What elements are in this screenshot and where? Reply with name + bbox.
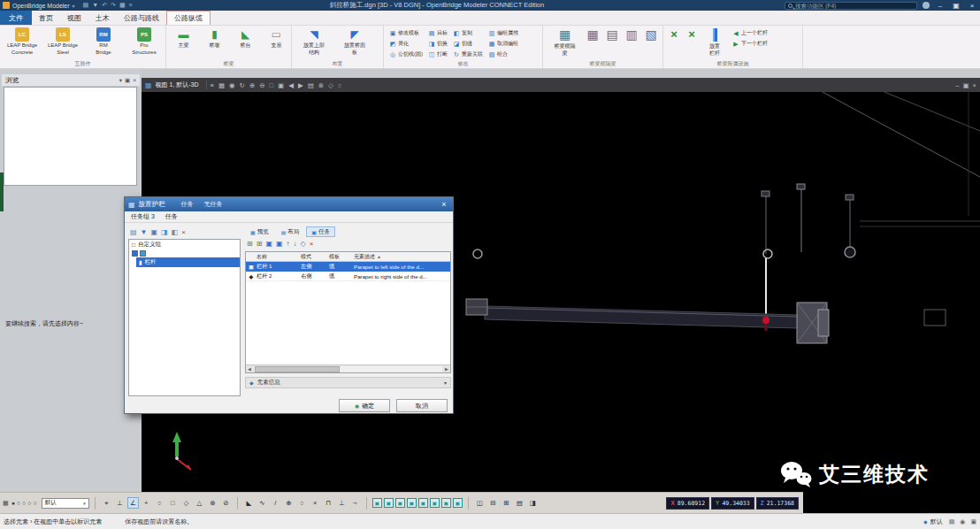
modify-tool-button[interactable]: ◪ 切缝 — [453, 40, 483, 48]
table-toolbar-icon[interactable]: ↓ — [294, 239, 297, 249]
snap-mode-icon[interactable]: ○ — [154, 497, 165, 509]
dialog-menu-task[interactable]: 任务 — [181, 200, 194, 209]
place-railing-button[interactable]: 放置 栏杆 — [700, 27, 730, 56]
group-toolbar-icon[interactable]: ▼ — [141, 227, 148, 237]
view-group-icon[interactable]: ○ — [34, 499, 37, 508]
interop-app-button[interactable]: RM RM Bridge — [84, 27, 123, 55]
ribbon-search-box[interactable] — [785, 2, 917, 10]
remove-accessory-button[interactable]: × — [666, 27, 682, 42]
toolbar-extra-icon[interactable]: ⊞ — [501, 497, 512, 509]
drawing-tool-icon[interactable]: ∿ — [256, 497, 268, 509]
window-preset-icon[interactable]: ▣ — [430, 498, 440, 508]
snap-mode-icon[interactable]: ⊥ — [114, 497, 126, 509]
column-template[interactable]: 模板 — [329, 253, 354, 261]
place-tool-button[interactable]: ◥ 放置上部 结构 — [295, 27, 333, 55]
view-menu-icon[interactable]: ▦ — [145, 81, 152, 89]
snap-mode-icon[interactable]: □ — [167, 497, 179, 509]
snap-mode-icon[interactable]: ⊘ — [220, 497, 232, 509]
drawing-tool-icon[interactable]: ¬ — [349, 497, 361, 509]
tab-civil[interactable]: 土木 — [88, 11, 117, 25]
style-dropdown[interactable]: 默认 ▾ — [42, 498, 89, 509]
table-row[interactable]: ▣ 栏杆 1 左侧 缆 Parapet to left side of the … — [246, 262, 450, 272]
view-tab[interactable]: 视图 1, 默认-3D — [156, 80, 207, 89]
railing-nav-button[interactable]: ▶ 下一个栏杆 — [732, 40, 768, 48]
column-mode[interactable]: 模式 — [301, 253, 329, 261]
scrollbar-thumb[interactable] — [255, 366, 340, 372]
chevron-down-icon[interactable]: ▾ — [444, 380, 447, 386]
place-tool-button[interactable]: ◤ 放置桥面 板 — [335, 27, 374, 55]
panel-header-icon[interactable]: × — [133, 77, 136, 84]
snap-mode-icon[interactable]: ∠ — [127, 497, 139, 509]
bridge-tool-button[interactable]: ▭ 支座 — [262, 27, 291, 49]
column-name[interactable]: 名称 — [256, 253, 301, 261]
window-preset-icon[interactable]: ▣ — [395, 498, 405, 508]
view-toolbar-icon[interactable]: ○ — [338, 81, 342, 89]
view-toolbar-icon[interactable]: ↻ — [240, 81, 245, 89]
modify-tool-button[interactable]: ▣ 修改模板 — [389, 29, 423, 37]
quick-access-icon[interactable]: ▦ — [119, 2, 126, 9]
dialog-tab-layout[interactable]: ▤ 布局 — [276, 226, 305, 237]
snap-mode-icon[interactable]: △ — [194, 497, 205, 509]
drawing-tool-icon[interactable]: × — [310, 497, 321, 509]
bridge-tool-button[interactable]: ▬ 主梁 — [169, 27, 198, 49]
modify-tool-button[interactable]: ◨ 切换 — [428, 40, 448, 48]
tree-selected-item[interactable]: ▮ 栏杆 — [136, 257, 240, 267]
checkbox-icon[interactable]: □ — [132, 242, 135, 248]
diaphragm-button[interactable]: ▦ 桥梁横隔 梁 — [546, 27, 584, 56]
schedule-tool-button[interactable]: ▤ — [603, 27, 621, 42]
interop-app-button[interactable]: LS LEAP Bridge Steel — [43, 27, 82, 55]
status-icon[interactable]: ▣ — [970, 518, 976, 525]
window-preset-icon[interactable]: ▣ — [441, 498, 451, 508]
bridge-tool-button[interactable]: ▮ 桥墩 — [200, 27, 229, 49]
toolbar-extra-icon[interactable]: ⊟ — [487, 497, 499, 509]
group-toolbar-icon[interactable]: ◨ — [161, 227, 168, 237]
user-icon[interactable] — [923, 2, 930, 9]
drawing-tool-icon[interactable]: / — [270, 497, 281, 509]
modify-tool-button[interactable]: ▧ 组合 — [488, 50, 518, 58]
grid-icon[interactable]: ▦ — [3, 500, 9, 507]
quick-access-icon[interactable]: ≡ — [129, 2, 133, 9]
dialog-menubar-item[interactable]: 任务组 3 — [131, 212, 155, 221]
app-menu-button[interactable]: OpenBridge Modeler — [12, 3, 70, 9]
quick-access-icon[interactable]: ↶ — [102, 2, 107, 9]
dialog-tab-preview[interactable]: ▦ 预览 — [245, 226, 274, 237]
status-icon[interactable]: ▤ — [949, 518, 955, 525]
view-toolbar-icon[interactable]: ▦ — [218, 81, 225, 89]
dialog-tab-task[interactable]: ▣ 任务 — [306, 226, 335, 237]
view-maximize-button[interactable]: ▣ — [963, 81, 969, 89]
table-toolbar-icon[interactable]: ▣ — [276, 239, 283, 249]
window-preset-icon[interactable]: ▣ — [384, 498, 394, 508]
group-tree[interactable]: □ 自定义组 ▮ 栏杆 — [128, 239, 241, 396]
drawing-tool-icon[interactable]: ⊕ — [283, 497, 295, 509]
dialog-menubar-item[interactable]: 任务 — [165, 212, 178, 221]
schedule-tool-button[interactable]: ▧ — [642, 27, 660, 42]
tree-swatch[interactable] — [140, 250, 146, 257]
panel-header-icon[interactable]: ▣ — [125, 77, 130, 84]
dialog-titlebar[interactable]: ▦ 放置护栏 任务 无任务 × — [125, 197, 453, 211]
view-toolbar-icon[interactable]: ▤ — [308, 81, 314, 89]
file-tab[interactable]: 文件 — [0, 11, 32, 25]
group-toolbar-icon[interactable]: × — [181, 227, 186, 237]
scroll-right-icon[interactable]: ▶ — [443, 366, 450, 372]
schedule-tool-button[interactable]: ▥ — [623, 27, 640, 42]
group-toolbar-icon[interactable]: ◧ — [172, 227, 179, 237]
column-desc[interactable]: 元素描述 ▲ — [354, 253, 450, 261]
modify-tool-button[interactable]: ▦ 取消编组 — [488, 40, 518, 48]
interop-app-button[interactable]: LC LEAP Bridge Concrete — [3, 27, 42, 55]
snap-mode-icon[interactable]: ⊗ — [207, 497, 218, 509]
cancel-button[interactable]: 取消 — [396, 399, 448, 412]
table-toolbar-icon[interactable]: ↑ — [287, 239, 290, 249]
view-toolbar-icon[interactable]: ⊖ — [259, 81, 264, 89]
window-preset-icon[interactable]: ▣ — [407, 498, 417, 508]
tree-root-item[interactable]: □ 自定义组 — [129, 240, 240, 249]
drawing-tool-icon[interactable]: ⊥ — [336, 497, 348, 509]
table-toolbar-icon[interactable]: ⊞ — [256, 239, 263, 249]
tab-home[interactable]: 首页 — [32, 11, 60, 25]
modify-tool-button[interactable]: ◧ 复制 — [453, 29, 483, 37]
view-toolbar-icon[interactable]: ◇ — [328, 81, 333, 89]
tab-road-profile[interactable]: 公路纵缆 — [166, 11, 211, 25]
explorer-tree[interactable] — [4, 87, 137, 186]
toolbar-extra-icon[interactable]: ◫ — [474, 497, 486, 509]
modify-tool-button[interactable]: ↻ 重新关联 — [453, 50, 483, 58]
element-info-bar[interactable]: ◆ 元素信息 ▾ — [245, 377, 451, 388]
